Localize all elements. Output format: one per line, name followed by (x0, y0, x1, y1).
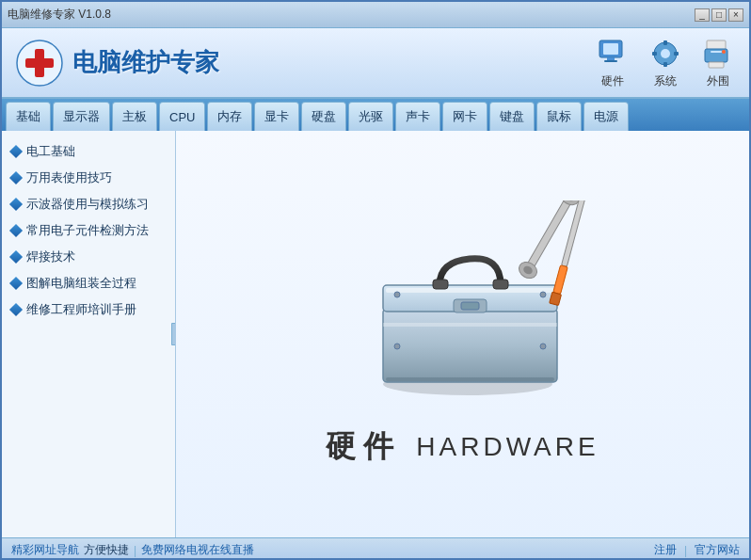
svg-point-28 (394, 292, 400, 297)
minimize-button[interactable]: _ (695, 8, 710, 22)
statusbar-register-link[interactable]: 注册 (654, 542, 677, 558)
content-area: 硬件 HARDWARE (176, 131, 749, 537)
content-title: 硬件 HARDWARE (326, 426, 599, 468)
titlebar-title: 电脑维修专家 V1.0.8 (8, 7, 111, 23)
diamond-icon-7 (9, 303, 23, 316)
svg-rect-12 (674, 52, 679, 56)
printer-icon (701, 37, 735, 71)
svg-rect-16 (711, 51, 722, 53)
toolbar-system[interactable]: 系统 (648, 37, 682, 89)
sidebar-item-3[interactable]: 示波器使用与模拟练习 (2, 191, 175, 217)
svg-rect-2 (35, 49, 44, 77)
tab-power[interactable]: 电源 (583, 102, 629, 131)
main-area: 电工基础 万用表使用技巧 示波器使用与模拟练习 常用电子元件检测方法 焊接技术 … (2, 131, 749, 537)
toolbar-hardware-label: 硬件 (601, 73, 624, 89)
svg-rect-21 (386, 377, 554, 381)
sidebar-label-4: 常用电子元件检测方法 (26, 222, 149, 239)
svg-rect-38 (552, 265, 567, 295)
sidebar: 电工基础 万用表使用技巧 示波器使用与模拟练习 常用电子元件检测方法 焊接技术 … (2, 131, 176, 537)
sidebar-label-2: 万用表使用技巧 (26, 169, 112, 186)
statusbar-separator-2: | (684, 544, 687, 557)
svg-point-31 (540, 344, 546, 349)
svg-rect-10 (663, 62, 667, 67)
titlebar: 电脑维修专家 V1.0.8 _ □ × (2, 2, 749, 28)
toolbar-icons: 硬件 系统 (596, 37, 735, 89)
svg-rect-19 (383, 309, 557, 382)
statusbar-left: 精彩网址导航 方便快捷 | 免费网络电视在线直播 (11, 542, 254, 558)
window-controls[interactable]: _ □ × (695, 8, 743, 22)
content-title-cn: 硬件 (326, 426, 401, 468)
header: 电脑维护专家 硬件 (2, 28, 749, 99)
sidebar-label-3: 示波器使用与模拟练习 (26, 196, 149, 213)
tab-mainboard[interactable]: 主板 (112, 102, 157, 131)
svg-rect-25 (461, 302, 479, 310)
sidebar-item-1[interactable]: 电工基础 (2, 138, 175, 165)
tab-display[interactable]: 显示器 (53, 102, 110, 131)
logo-icon (16, 40, 63, 87)
tab-hdd[interactable]: 硬盘 (301, 102, 346, 131)
tab-cpu[interactable]: CPU (159, 102, 205, 131)
tab-base[interactable]: 基础 (6, 102, 51, 131)
statusbar-tv-link[interactable]: 免费网络电视在线直播 (141, 542, 254, 558)
svg-rect-20 (383, 323, 557, 327)
diamond-icon-5 (9, 250, 23, 264)
sidebar-item-6[interactable]: 图解电脑组装全过程 (2, 270, 175, 296)
maximize-button[interactable]: □ (711, 8, 727, 22)
statusbar-separator-1: | (134, 544, 136, 557)
toolbar-peripheral[interactable]: 外围 (701, 37, 735, 89)
sidebar-label-7: 维修工程师培训手册 (26, 301, 136, 318)
tab-optical[interactable]: 光驱 (348, 102, 393, 131)
svg-point-17 (722, 50, 726, 54)
sidebar-label-1: 电工基础 (26, 143, 75, 160)
diamond-icon-1 (9, 145, 23, 158)
toolbox-area: 硬件 HARDWARE (326, 200, 599, 468)
svg-rect-27 (493, 280, 508, 289)
svg-rect-6 (604, 60, 617, 62)
toolbar-system-label: 系统 (654, 73, 677, 89)
monitor-icon (596, 37, 630, 71)
svg-rect-9 (663, 40, 667, 45)
nav-tabs: 基础 显示器 主板 CPU 内存 显卡 硬盘 光驱 声卡 网卡 键盘 鼠标 电源 (2, 99, 749, 131)
logo-area: 电脑维护专家 (16, 40, 219, 87)
svg-point-29 (540, 292, 546, 297)
gear-icon (648, 37, 682, 71)
tab-network[interactable]: 网卡 (442, 102, 487, 131)
tab-mouse[interactable]: 鼠标 (536, 102, 582, 131)
statusbar-website-link[interactable]: 官方网站 (695, 542, 740, 558)
svg-rect-15 (709, 62, 724, 68)
toolbox-illustration (331, 200, 595, 408)
toolbar-peripheral-label: 外围 (707, 73, 729, 89)
svg-rect-5 (607, 57, 615, 60)
sidebar-label-6: 图解电脑组装全过程 (26, 275, 136, 292)
diamond-icon-4 (9, 224, 23, 237)
svg-point-30 (394, 344, 400, 349)
logo-text: 电脑维护专家 (72, 46, 219, 79)
svg-rect-4 (603, 43, 618, 55)
statusbar-nav-desc: 方便快捷 (84, 542, 129, 558)
svg-rect-26 (433, 280, 448, 289)
tab-memory[interactable]: 内存 (207, 102, 252, 131)
statusbar: 精彩网址导航 方便快捷 | 免费网络电视在线直播 注册 | 官方网站 (2, 537, 749, 560)
statusbar-nav-link[interactable]: 精彩网址导航 (11, 542, 79, 558)
svg-rect-23 (386, 288, 554, 293)
title-text: 电脑维修专家 V1.0.8 (8, 7, 111, 23)
close-button[interactable]: × (728, 8, 743, 22)
diamond-icon-3 (9, 198, 23, 211)
sidebar-item-7[interactable]: 维修工程师培训手册 (2, 296, 175, 323)
statusbar-right: 注册 | 官方网站 (654, 542, 740, 558)
sidebar-item-2[interactable]: 万用表使用技巧 (2, 165, 175, 191)
sidebar-label-5: 焊接技术 (26, 248, 75, 265)
diamond-icon-2 (9, 171, 23, 184)
sidebar-item-5[interactable]: 焊接技术 (2, 244, 175, 270)
toolbar-hardware[interactable]: 硬件 (596, 37, 630, 89)
tab-gpu[interactable]: 显卡 (254, 102, 299, 131)
diamond-icon-6 (9, 277, 23, 290)
content-title-en: HARDWARE (416, 432, 599, 462)
sidebar-item-4[interactable]: 常用电子元件检测方法 (2, 217, 175, 244)
svg-point-8 (661, 49, 670, 58)
tab-sound[interactable]: 声卡 (395, 102, 440, 131)
svg-rect-11 (652, 52, 657, 56)
tab-keyboard[interactable]: 键盘 (489, 102, 535, 131)
